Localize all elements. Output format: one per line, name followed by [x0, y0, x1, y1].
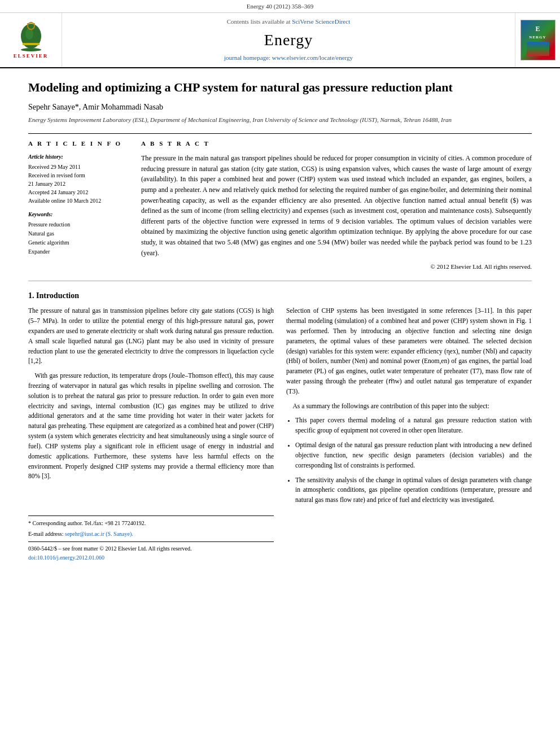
history-label: Article history:: [28, 153, 130, 161]
journal-title-main: Energy: [264, 29, 313, 52]
authors-text: Sepehr Sanaye*, Amir Mohammadi Nasab: [28, 103, 163, 111]
bullet-3: The sensitivity analysis of the change i…: [295, 475, 532, 505]
page-wrapper: Energy 40 (2012) 358–369: [0, 0, 560, 579]
intro-para-4: As a summary the followings are contribu…: [286, 401, 532, 412]
footnote-divider: [28, 516, 274, 516]
received-revised-label: Received in revised form: [28, 171, 130, 180]
intro-col-right: Selection of CHP systems has been invest…: [286, 306, 532, 562]
sciverse-prefix: Contents lists available at: [227, 18, 292, 25]
abstract-text: The pressure in the main natural gas tra…: [141, 153, 532, 258]
bullet-2: Optimal design of the natural gas pressu…: [295, 440, 532, 470]
elsevier-tree-icon: [11, 20, 51, 51]
intro-para-1: The pressure of natural gas in transmiss…: [28, 306, 274, 366]
intro-body: The pressure of natural gas in transmiss…: [28, 306, 532, 562]
journal-ref-text: Energy 40 (2012) 358–369: [247, 3, 314, 10]
footnote-email: E-mail address: sepehr@iust.ac.ir (S. Sa…: [28, 530, 274, 539]
article-affiliation: Energy Systems Improvement Laboratory (E…: [28, 116, 532, 125]
divider-intro: [28, 281, 532, 281]
doi-line[interactable]: doi:10.1016/j.energy.2012.01.060: [28, 553, 274, 562]
contribution-list: This paper covers thermal modeling of a …: [286, 416, 532, 505]
revised-date: 21 January 2012: [28, 180, 130, 188]
email-label: E-mail address:: [28, 531, 63, 537]
elsevier-logo-section: ELSEVIER: [0, 13, 62, 67]
article-info-abstract: A R T I C L E I N F O Article history: R…: [28, 139, 532, 272]
abstract-paragraph: The pressure in the main natural gas tra…: [141, 153, 532, 258]
abstract-section-label: A B S T R A C T: [141, 139, 532, 148]
keyword-4: Expander: [28, 247, 130, 256]
keywords-group: Keywords: Pressure reduction Natural gas…: [28, 211, 130, 257]
journal-header: ELSEVIER Contents lists available at Sci…: [0, 13, 560, 68]
divider-top: [28, 133, 532, 134]
elsevier-label: ELSEVIER: [14, 53, 49, 60]
intro-col-left: The pressure of natural gas in transmiss…: [28, 306, 274, 562]
journal-header-center: Contents lists available at SciVerse Sci…: [62, 13, 515, 67]
intro-para-3: Selection of CHP systems has been invest…: [286, 306, 532, 396]
keyword-3: Genetic algorithm: [28, 238, 130, 247]
footnotes-area: * Corresponding author. Tel./fax: +98 21…: [28, 516, 274, 562]
keyword-1: Pressure reduction: [28, 220, 130, 229]
keywords-label: Keywords:: [28, 211, 130, 219]
journal-ref-bar: Energy 40 (2012) 358–369: [0, 0, 560, 13]
available-date: Available online 10 March 2012: [28, 196, 130, 205]
email-address[interactable]: sepehr@iust.ac.ir (S. Sanaye).: [65, 531, 133, 537]
keyword-2: Natural gas: [28, 229, 130, 238]
accepted-date: Accepted 24 January 2012: [28, 188, 130, 196]
svg-rect-8: [23, 43, 40, 45]
intro-heading: 1. Introduction: [28, 290, 532, 302]
copyright-line: © 2012 Elsevier Ltd. All rights reserved…: [141, 263, 532, 272]
article-title: Modeling and optimizing a CHP system for…: [28, 80, 532, 96]
abstract-col: A B S T R A C T The pressure in the main…: [141, 139, 532, 272]
svg-point-7: [27, 23, 28, 24]
svg-point-5: [30, 22, 32, 24]
intro-para-2: With gas pressure reduction, its tempera…: [28, 371, 274, 482]
article-history-group: Article history: Received 29 May 2011 Re…: [28, 153, 130, 205]
article-info-col: A R T I C L E I N F O Article history: R…: [28, 139, 130, 272]
article-authors: Sepehr Sanaye*, Amir Mohammadi Nasab: [28, 102, 532, 113]
energy-logo-text: E NERGY: [527, 24, 549, 56]
received-date: Received 29 May 2011: [28, 163, 130, 171]
footer-bar: 0360-5442/$ – see front matter © 2012 El…: [28, 541, 274, 562]
footnote-star: * Corresponding author. Tel./fax: +98 21…: [28, 519, 274, 528]
journal-logo-section: E NERGY: [515, 13, 560, 67]
bullet-1: This paper covers thermal modeling of a …: [295, 416, 532, 436]
article-body: Modeling and optimizing a CHP system for…: [0, 68, 560, 579]
sciverse-line: Contents lists available at SciVerse Sci…: [227, 18, 350, 27]
issn-line: 0360-5442/$ – see front matter © 2012 El…: [28, 544, 274, 553]
sciverse-link[interactable]: SciVerse ScienceDirect: [292, 18, 350, 25]
energy-logo-box: E NERGY: [520, 20, 555, 60]
svg-point-6: [34, 23, 35, 24]
journal-homepage[interactable]: journal homepage: www.elsevier.com/locat…: [224, 54, 353, 63]
article-info-section-label: A R T I C L E I N F O: [28, 139, 130, 148]
elsevier-logo: ELSEVIER: [11, 20, 51, 60]
svg-point-3: [25, 28, 33, 40]
